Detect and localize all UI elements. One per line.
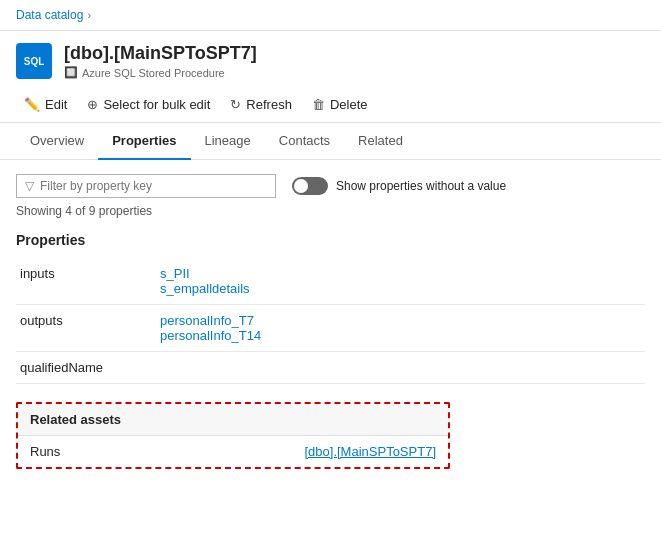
prop-link-s-empalldetails[interactable]: s_empalldetails (160, 281, 641, 296)
delete-icon: 🗑 (312, 97, 325, 112)
toggle-label: Show properties without a value (336, 179, 506, 193)
toggle-track[interactable] (292, 177, 328, 195)
edit-icon: ✏️ (24, 97, 40, 112)
properties-section-title: Properties (16, 232, 645, 248)
prop-link-s-pii[interactable]: s_PII (160, 266, 641, 281)
page-title: [dbo].[MainSPToSPT7] (64, 43, 257, 64)
breadcrumb-chevron: › (87, 9, 91, 21)
related-assets-key-runs: Runs (30, 444, 60, 459)
edit-button[interactable]: ✏️ Edit (16, 93, 75, 116)
prop-link-personalinfo-t14[interactable]: personalInfo_T14 (160, 328, 641, 343)
tab-bar: Overview Properties Lineage Contacts Rel… (0, 123, 661, 160)
header-subtitle: 🔲 Azure SQL Stored Procedure (64, 66, 257, 79)
filter-input[interactable] (40, 179, 267, 193)
breadcrumb-link[interactable]: Data catalog (16, 8, 83, 22)
prop-key-qualifiedname: qualifiedName (16, 352, 156, 384)
table-row: qualifiedName (16, 352, 645, 384)
refresh-button[interactable]: ↻ Refresh (222, 93, 300, 116)
prop-key-inputs: inputs (16, 258, 156, 305)
related-assets-header: Related assets (18, 404, 448, 436)
prop-value-qualifiedname (156, 352, 645, 384)
subtitle-icon: 🔲 (64, 66, 78, 79)
page-header: SQL [dbo].[MainSPToSPT7] 🔲 Azure SQL Sto… (0, 31, 661, 87)
filter-row: ▽ Show properties without a value (16, 174, 645, 198)
showing-count: Showing 4 of 9 properties (16, 204, 645, 218)
content-area: ▽ Show properties without a value Showin… (0, 160, 661, 483)
table-row: inputs s_PII s_empalldetails (16, 258, 645, 305)
related-assets-highlight: Related assets Runs [dbo].[MainSPToSPT7] (16, 402, 450, 469)
tab-related[interactable]: Related (344, 123, 417, 160)
bulk-edit-icon: ⊕ (87, 97, 98, 112)
tab-overview[interactable]: Overview (16, 123, 98, 160)
prop-value-outputs: personalInfo_T7 personalInfo_T14 (156, 305, 645, 352)
filter-input-wrap[interactable]: ▽ (16, 174, 276, 198)
toggle-wrap: Show properties without a value (292, 177, 506, 195)
toggle-thumb (294, 179, 308, 193)
tab-contacts[interactable]: Contacts (265, 123, 344, 160)
delete-button[interactable]: 🗑 Delete (304, 93, 376, 116)
related-assets-row: Runs [dbo].[MainSPToSPT7] (18, 436, 448, 467)
header-text: [dbo].[MainSPToSPT7] 🔲 Azure SQL Stored … (64, 43, 257, 79)
prop-key-outputs: outputs (16, 305, 156, 352)
sql-icon: SQL (16, 43, 52, 79)
related-assets-box: Related assets Runs [dbo].[MainSPToSPT7] (18, 404, 448, 467)
table-row: outputs personalInfo_T7 personalInfo_T14 (16, 305, 645, 352)
tab-properties[interactable]: Properties (98, 123, 190, 160)
properties-table: inputs s_PII s_empalldetails outputs per… (16, 258, 645, 384)
prop-link-personalinfo-t7[interactable]: personalInfo_T7 (160, 313, 641, 328)
toolbar: ✏️ Edit ⊕ Select for bulk edit ↻ Refresh… (0, 87, 661, 123)
prop-value-inputs: s_PII s_empalldetails (156, 258, 645, 305)
tab-lineage[interactable]: Lineage (191, 123, 265, 160)
breadcrumb: Data catalog › (0, 0, 661, 31)
bulk-edit-button[interactable]: ⊕ Select for bulk edit (79, 93, 218, 116)
show-empty-toggle[interactable] (292, 177, 328, 195)
related-assets-value-runs[interactable]: [dbo].[MainSPToSPT7] (304, 444, 436, 459)
subtitle-text: Azure SQL Stored Procedure (82, 67, 225, 79)
refresh-icon: ↻ (230, 97, 241, 112)
filter-icon: ▽ (25, 179, 34, 193)
